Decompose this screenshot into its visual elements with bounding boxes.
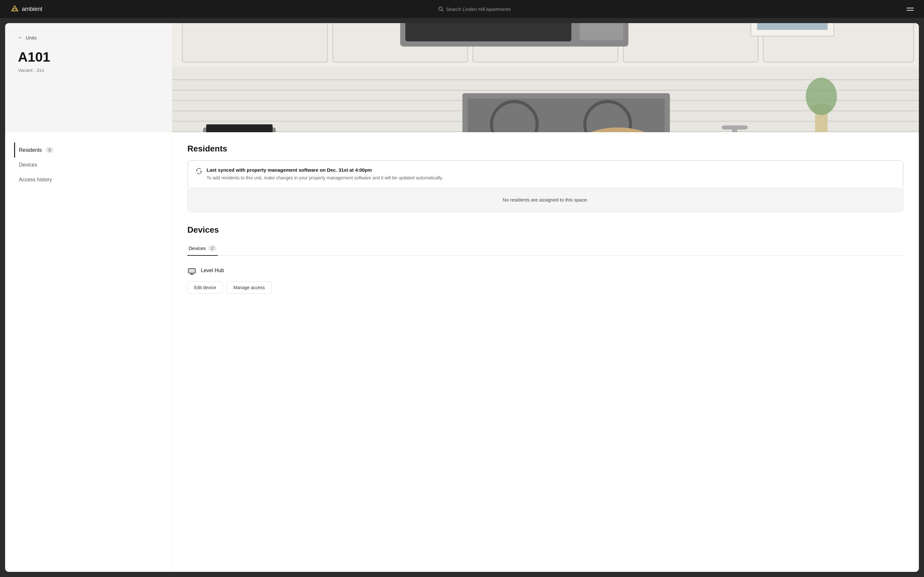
content-area: Residents 0 Devices Access history Resid… bbox=[5, 132, 919, 572]
main-card: ← Units A101 Vacant · 2x1 bbox=[5, 23, 919, 572]
devices-section: Devices Devices 2 Level Hub bbox=[187, 225, 903, 293]
svg-rect-63 bbox=[190, 270, 194, 271]
edit-device-button[interactable]: Edit device bbox=[187, 281, 223, 293]
no-residents-text: No residents are assigned to this space. bbox=[503, 197, 588, 203]
devices-tab-badge: 2 bbox=[208, 245, 216, 251]
back-arrow-icon: ← bbox=[18, 35, 23, 40]
device-item-level-hub: Level Hub bbox=[187, 263, 903, 277]
svg-rect-4 bbox=[182, 23, 328, 62]
svg-rect-7 bbox=[623, 23, 758, 62]
hero-left: ← Units A101 Vacant · 2x1 bbox=[5, 23, 172, 132]
back-label: Units bbox=[26, 35, 37, 40]
logo-icon bbox=[10, 5, 19, 13]
residents-section: Residents Last synced with property m bbox=[187, 144, 903, 212]
logo[interactable]: ambient bbox=[10, 5, 42, 13]
sidebar-item-residents[interactable]: Residents 0 bbox=[14, 142, 159, 158]
svg-rect-39 bbox=[468, 98, 665, 132]
svg-rect-53 bbox=[757, 23, 828, 30]
search-bar[interactable]: Search Linden Hill Apartments bbox=[438, 6, 511, 12]
manage-access-button[interactable]: Manage access bbox=[227, 281, 271, 293]
svg-rect-16 bbox=[580, 23, 623, 40]
main-content: Residents Last synced with property m bbox=[172, 132, 919, 572]
sidebar-item-access-history[interactable]: Access history bbox=[14, 172, 159, 187]
sidebar-residents-label: Residents bbox=[19, 147, 42, 153]
sidebar-navigation: Residents 0 Devices Access history bbox=[5, 132, 172, 572]
devices-tabs: Devices 2 bbox=[187, 241, 903, 256]
device-buttons: Edit device Manage access bbox=[187, 281, 903, 293]
svg-rect-60 bbox=[206, 124, 273, 132]
no-residents-box: No residents are assigned to this space. bbox=[188, 188, 903, 212]
residents-section-title: Residents bbox=[187, 144, 903, 154]
tab-devices-label: Devices bbox=[188, 245, 206, 251]
hero-image bbox=[172, 23, 919, 132]
search-label: Search Linden Hill Apartments bbox=[446, 6, 511, 12]
sidebar-item-devices[interactable]: Devices bbox=[14, 158, 159, 172]
svg-rect-47 bbox=[722, 126, 748, 130]
sync-title: Last synced with property management sof… bbox=[207, 167, 443, 172]
svg-rect-15 bbox=[406, 23, 571, 41]
sync-notice: Last synced with property management sof… bbox=[188, 160, 903, 188]
residents-badge: 0 bbox=[45, 147, 53, 153]
unit-subtitle: Vacant · 2x1 bbox=[18, 68, 159, 73]
sidebar-access-history-label: Access history bbox=[19, 177, 52, 182]
top-navigation: ambient Search Linden Hill Apartments bbox=[0, 0, 924, 18]
svg-point-51 bbox=[806, 78, 837, 115]
residents-box: Last synced with property management sof… bbox=[187, 160, 903, 212]
tab-devices[interactable]: Devices 2 bbox=[187, 241, 218, 256]
sync-description: To add residents to this unit, make chan… bbox=[207, 174, 443, 181]
unit-title: A101 bbox=[18, 50, 159, 65]
device-name-level-hub: Level Hub bbox=[201, 268, 224, 273]
logo-text: ambient bbox=[22, 6, 42, 13]
back-link[interactable]: ← Units bbox=[18, 35, 159, 40]
svg-line-1 bbox=[442, 10, 443, 11]
hero-section: ← Units A101 Vacant · 2x1 bbox=[5, 23, 919, 132]
search-icon bbox=[438, 6, 443, 11]
sidebar-devices-label: Devices bbox=[19, 162, 37, 168]
sync-icon bbox=[196, 168, 202, 174]
hub-icon bbox=[187, 266, 196, 275]
devices-section-title: Devices bbox=[187, 225, 903, 235]
menu-button[interactable] bbox=[907, 8, 914, 11]
